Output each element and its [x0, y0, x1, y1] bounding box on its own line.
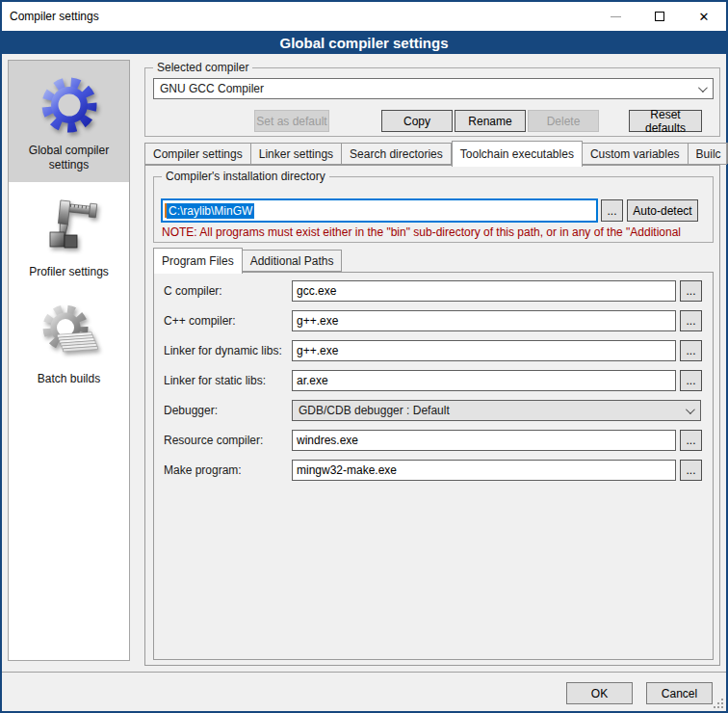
compiler-select-value: GNU GCC Compiler [160, 82, 264, 95]
make-program-input[interactable] [292, 460, 676, 481]
compiler-select[interactable]: GNU GCC Compiler [153, 78, 714, 99]
minimize-button[interactable] [593, 2, 637, 31]
installation-directory-group: Compiler's installation directory C:\ray… [153, 176, 714, 243]
rename-button[interactable]: Rename [455, 110, 526, 132]
field-label: C++ compiler: [164, 310, 236, 331]
field-row-c-compiler: C compiler: ... [154, 280, 713, 302]
field-label: Resource compiler: [164, 430, 263, 451]
main-tabbar: Compiler settings Linker settings Search… [144, 143, 728, 165]
close-icon: ✕ [699, 11, 710, 23]
program-files-panel: C compiler: ... C++ compiler: ... Linker… [153, 272, 714, 660]
dialog-banner: Global compiler settings [2, 31, 726, 54]
field-row-debugger: Debugger: GDB/CDB debugger : Default [154, 400, 713, 421]
gear-paper-stack-icon [9, 297, 129, 370]
sidebar-item-batch-builds[interactable]: Batch builds [9, 289, 129, 396]
field-row-linker-static: Linker for static libs: ... [154, 370, 713, 391]
set-as-default-button[interactable]: Set as default [254, 110, 329, 132]
linker-static-browse-button[interactable]: ... [680, 370, 702, 391]
chevron-down-icon [686, 405, 695, 414]
tab-linker-settings[interactable]: Linker settings [251, 143, 342, 165]
debugger-select[interactable]: GDB/CDB debugger : Default [292, 400, 701, 421]
auto-detect-button[interactable]: Auto-detect [627, 199, 698, 222]
sidebar-item-global-compiler-settings[interactable]: Global compiler settings [9, 61, 129, 182]
field-row-cpp-compiler: C++ compiler: ... [154, 310, 713, 331]
selected-compiler-legend: Selected compiler [153, 61, 252, 74]
reset-defaults-button[interactable]: Reset defaults [629, 110, 702, 132]
subtab-additional-paths[interactable]: Additional Paths [243, 250, 343, 272]
field-row-make-program: Make program: ... [154, 460, 713, 481]
gear-blue-icon [9, 68, 129, 142]
banner-title: Global compiler settings [279, 35, 448, 51]
installation-note: NOTE: All programs must exist either in … [162, 225, 713, 239]
linker-dynamic-browse-button[interactable]: ... [680, 340, 702, 361]
subtab-program-files[interactable]: Program Files [153, 248, 243, 274]
chevron-down-icon [698, 83, 708, 92]
maximize-icon [655, 12, 664, 21]
ok-button[interactable]: OK [566, 682, 633, 704]
field-label: Make program: [164, 460, 242, 481]
tab-toolchain-executables[interactable]: Toolchain executables [452, 141, 583, 167]
c-compiler-browse-button[interactable]: ... [680, 280, 702, 302]
field-label: C compiler: [164, 280, 222, 302]
toolchain-executables-panel: Compiler's installation directory C:\ray… [144, 165, 720, 666]
tab-build-options-clipped[interactable]: Builc [689, 143, 727, 165]
field-label: Linker for static libs: [164, 370, 266, 391]
cpp-compiler-browse-button[interactable]: ... [680, 310, 702, 331]
field-label: Debugger: [164, 400, 218, 421]
settings-sidebar: Global compiler settings [8, 60, 130, 661]
cancel-button[interactable]: Cancel [646, 682, 713, 704]
program-files-tabbar: Program Files Additional Paths [153, 250, 342, 272]
field-row-resource-compiler: Resource compiler: ... [154, 430, 713, 451]
caliper-icon [9, 190, 129, 263]
selected-compiler-group: Selected compiler GNU GCC Compiler Set a… [144, 67, 720, 137]
debugger-select-value: GDB/CDB debugger : Default [299, 404, 450, 417]
cpp-compiler-input[interactable] [292, 310, 676, 331]
footer-separator [2, 672, 726, 673]
resource-compiler-browse-button[interactable]: ... [680, 430, 702, 451]
tab-custom-variables[interactable]: Custom variables [583, 143, 689, 165]
delete-button[interactable]: Delete [528, 110, 599, 132]
caption-buttons: ✕ [593, 2, 726, 31]
installation-directory-input[interactable]: C:\raylib\MinGW [162, 199, 597, 222]
installation-directory-value: C:\raylib\MinGW [167, 203, 254, 219]
sidebar-item-label: Global compiler settings [9, 142, 129, 182]
sidebar-item-profiler-settings[interactable]: Profiler settings [9, 182, 129, 289]
tab-compiler-settings[interactable]: Compiler settings [144, 143, 251, 165]
linker-dynamic-input[interactable] [292, 340, 676, 361]
installation-directory-legend: Compiler's installation directory [162, 170, 329, 183]
close-button[interactable]: ✕ [682, 2, 726, 31]
field-row-linker-dynamic: Linker for dynamic libs: ... [154, 340, 713, 361]
make-program-browse-button[interactable]: ... [680, 460, 702, 481]
titlebar: Compiler settings ✕ [2, 2, 726, 31]
sidebar-item-label: Profiler settings [9, 263, 129, 289]
minimize-icon [611, 16, 621, 17]
resize-grip[interactable] [714, 699, 723, 708]
c-compiler-input[interactable] [292, 280, 676, 302]
window-title: Compiler settings [2, 10, 99, 23]
tab-search-directories[interactable]: Search directories [342, 143, 452, 165]
maximize-button[interactable] [637, 2, 682, 31]
resource-compiler-input[interactable] [292, 430, 676, 451]
sidebar-item-label: Batch builds [9, 370, 129, 396]
copy-button[interactable]: Copy [381, 110, 453, 132]
linker-static-input[interactable] [292, 370, 676, 391]
browse-directory-button[interactable]: ... [601, 199, 623, 222]
field-label: Linker for dynamic libs: [164, 340, 282, 361]
